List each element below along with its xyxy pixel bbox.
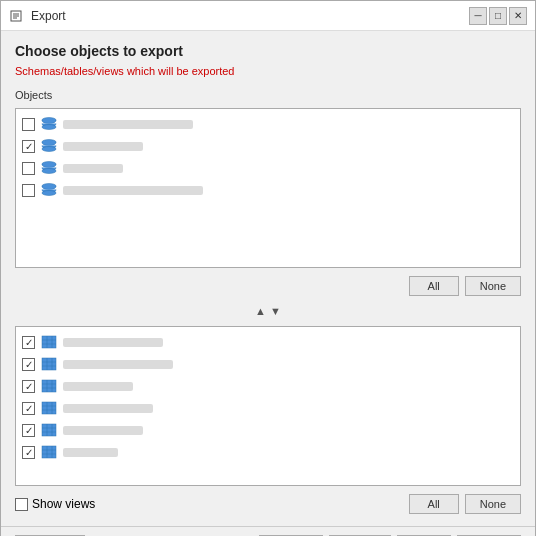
list-item [18, 179, 518, 201]
table-item6-label [63, 448, 118, 457]
upper-none-button[interactable]: None [465, 276, 521, 296]
lower-none-button[interactable]: None [465, 494, 521, 514]
svg-rect-22 [42, 380, 56, 392]
table-icon [39, 400, 59, 416]
table-item5-label [63, 426, 143, 435]
svg-point-5 [42, 125, 56, 130]
show-views-checkbox[interactable] [15, 498, 28, 511]
window-title: Export [31, 9, 66, 23]
list-item [18, 441, 518, 463]
table-item1-checkbox[interactable] [22, 336, 35, 349]
item3-checkbox[interactable] [22, 162, 35, 175]
lower-objects-panel [15, 326, 521, 486]
item1-checkbox[interactable] [22, 118, 35, 131]
table-icon [39, 356, 59, 372]
db-icon [39, 116, 59, 132]
item3-label [63, 164, 123, 173]
table-icon [39, 334, 59, 350]
svg-rect-12 [42, 336, 56, 348]
table-item3-label [63, 382, 133, 391]
svg-point-9 [42, 169, 56, 174]
upper-objects-panel [15, 108, 521, 268]
table-item2-checkbox[interactable] [22, 358, 35, 371]
close-button[interactable]: ✕ [509, 7, 527, 25]
export-window: Export ─ □ ✕ Choose objects to export Sc… [0, 0, 536, 536]
svg-rect-17 [42, 358, 56, 370]
maximize-button[interactable]: □ [489, 7, 507, 25]
list-item [18, 375, 518, 397]
upper-all-button[interactable]: All [409, 276, 459, 296]
title-bar: Export ─ □ ✕ [1, 1, 535, 31]
minimize-button[interactable]: ─ [469, 7, 487, 25]
table-item4-label [63, 404, 153, 413]
svg-point-11 [42, 191, 56, 196]
svg-point-7 [42, 147, 56, 152]
list-item [18, 419, 518, 441]
list-item [18, 135, 518, 157]
title-bar-left: Export [9, 8, 66, 24]
objects-label: Objects [15, 89, 521, 101]
svg-rect-27 [42, 402, 56, 414]
table-icon [39, 422, 59, 438]
table-item6-checkbox[interactable] [22, 446, 35, 459]
item2-checkbox[interactable] [22, 140, 35, 153]
table-item1-label [63, 338, 163, 347]
db-icon [39, 138, 59, 154]
down-arrow-icon: ▼ [270, 305, 281, 317]
table-item4-checkbox[interactable] [22, 402, 35, 415]
table-item5-checkbox[interactable] [22, 424, 35, 437]
table-item3-checkbox[interactable] [22, 380, 35, 393]
item4-label [63, 186, 203, 195]
show-views-left: Show views [15, 497, 95, 511]
upper-btn-row: All None [15, 276, 521, 296]
db-icon [39, 160, 59, 176]
db-icon [39, 182, 59, 198]
show-views-row: Show views All None [15, 494, 521, 514]
list-item [18, 157, 518, 179]
divider-arrows: ▲ ▼ [15, 302, 521, 320]
window-controls: ─ □ ✕ [469, 7, 527, 25]
export-icon [9, 8, 25, 24]
table-icon [39, 378, 59, 394]
lower-all-button[interactable]: All [409, 494, 459, 514]
item2-label [63, 142, 143, 151]
list-item [18, 397, 518, 419]
page-subtitle: Schemas/tables/views which will be expor… [15, 65, 521, 77]
list-item [18, 113, 518, 135]
list-item [18, 331, 518, 353]
svg-rect-32 [42, 424, 56, 436]
table-icon [39, 444, 59, 460]
svg-rect-37 [42, 446, 56, 458]
lower-btn-row: All None [409, 494, 521, 514]
content-area: Choose objects to export Schemas/tables/… [1, 31, 535, 526]
show-views-label: Show views [32, 497, 95, 511]
list-item [18, 353, 518, 375]
item4-checkbox[interactable] [22, 184, 35, 197]
footer: Client ... ↖ < Back Next > Start Cancel [1, 526, 535, 536]
table-item2-label [63, 360, 173, 369]
item1-label [63, 120, 193, 129]
page-heading: Choose objects to export [15, 43, 521, 59]
up-arrow-icon: ▲ [255, 305, 266, 317]
